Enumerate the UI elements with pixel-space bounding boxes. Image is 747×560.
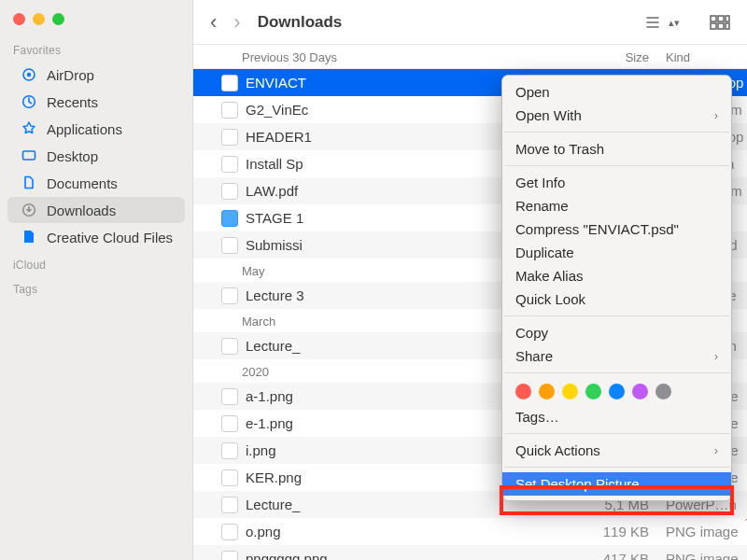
desktop-icon <box>21 147 37 164</box>
svg-rect-3 <box>23 151 35 160</box>
column-size[interactable]: Size <box>548 50 649 64</box>
file-row[interactable]: o.png119 KBPNG image <box>193 518 747 545</box>
psd-icon <box>221 75 238 91</box>
menu-separator <box>504 132 729 133</box>
menu-copy[interactable]: Copy <box>502 321 731 344</box>
svg-rect-12 <box>718 23 724 29</box>
menu-tags[interactable]: Tags… <box>502 405 731 428</box>
sidebar-section-favorites: Favorites <box>0 36 192 61</box>
menu-quick-actions[interactable]: Quick Actions› <box>502 439 731 462</box>
tag-purple[interactable] <box>632 384 648 399</box>
file-icon <box>21 229 37 245</box>
menu-separator <box>504 165 729 166</box>
png-icon <box>221 524 238 540</box>
sidebar-item-recents[interactable]: Recents <box>7 89 185 115</box>
tag-orange[interactable] <box>539 384 555 399</box>
sidebar-item-desktop[interactable]: Desktop <box>7 143 185 169</box>
menu-rename[interactable]: Rename <box>502 194 731 217</box>
file-name: i.png <box>246 442 276 458</box>
svg-rect-8 <box>711 16 716 21</box>
svg-point-1 <box>27 73 31 77</box>
file-row[interactable]: pnggggg.png417 KBPNG image <box>193 545 747 560</box>
menu-quick-look[interactable]: Quick Look <box>502 287 731 311</box>
chevron-updown-icon: ▴▾ <box>669 20 680 25</box>
file-kind: PNG image <box>649 551 747 560</box>
menu-tag-colors <box>502 378 731 405</box>
tag-red[interactable] <box>515 384 531 399</box>
file-name: e-1.png <box>246 415 293 431</box>
zip-icon <box>221 287 238 304</box>
view-list-button[interactable]: ▴▾ <box>644 15 680 30</box>
chevron-right-icon: › <box>714 109 718 122</box>
file-name: a-1.png <box>246 388 293 404</box>
menu-move-to-trash[interactable]: Move to Trash <box>502 137 731 161</box>
menu-open-with[interactable]: Open With› <box>502 104 731 127</box>
sidebar-item-applications[interactable]: Applications <box>7 116 185 142</box>
sidebar-item-label: AirDrop <box>47 67 94 83</box>
minimize-window-button[interactable] <box>33 13 45 25</box>
tag-green[interactable] <box>585 384 601 399</box>
png-icon <box>221 551 238 561</box>
file-name: o.png <box>246 524 281 539</box>
svg-rect-11 <box>711 23 716 29</box>
chevron-right-icon: › <box>714 444 718 457</box>
menu-set-desktop-picture[interactable]: Set Desktop Picture <box>502 472 731 496</box>
sidebar-item-airdrop[interactable]: AirDrop <box>7 62 185 88</box>
sidebar-item-label: Creative Cloud Files <box>47 230 173 245</box>
tag-blue[interactable] <box>609 384 625 399</box>
documents-icon <box>21 175 37 191</box>
sidebar-item-downloads[interactable]: Downloads <box>7 197 185 223</box>
sidebar-item-documents[interactable]: Documents <box>7 170 185 196</box>
maximize-window-button[interactable] <box>52 13 64 25</box>
file-name: G2_VinEc <box>246 102 308 118</box>
menu-make-alias[interactable]: Make Alias <box>502 264 731 287</box>
clock-icon <box>21 93 37 110</box>
menu-separator <box>504 433 729 434</box>
group-header[interactable]: Previous 30 Days <box>193 50 548 64</box>
menu-open[interactable]: Open <box>502 80 731 104</box>
psd-icon <box>221 129 238 146</box>
sidebar-section-tags: Tags <box>0 275 192 300</box>
ppt-icon <box>221 338 238 355</box>
png-icon <box>221 415 238 432</box>
sidebar-item-label: Recents <box>47 94 98 110</box>
pdf-icon <box>221 183 238 200</box>
column-kind[interactable]: Kind <box>649 50 747 64</box>
svg-rect-9 <box>718 16 724 21</box>
forward-button[interactable]: › <box>233 10 240 35</box>
window-controls <box>0 7 192 36</box>
sidebar-item-creative-cloud[interactable]: Creative Cloud Files <box>7 224 185 250</box>
sidebar-item-label: Documents <box>47 175 118 191</box>
close-window-button[interactable] <box>13 13 25 25</box>
file-name: ENVIACT <box>246 75 306 91</box>
downloads-icon <box>21 202 37 218</box>
png-icon <box>221 442 238 459</box>
sidebar-item-label: Desktop <box>47 148 98 164</box>
file-name: Submissi <box>246 237 303 253</box>
view-grid-button[interactable] <box>710 15 730 30</box>
file-name: KER.png <box>246 469 302 485</box>
file-size: 417 KB <box>548 551 649 560</box>
nav-arrows: ‹ › <box>210 10 241 35</box>
toolbar: ‹ › Downloads ▴▾ <box>193 0 747 45</box>
file-name: LAW.pdf <box>246 183 298 199</box>
file-name: STAGE 1 <box>246 210 303 226</box>
window-title: Downloads <box>258 13 627 32</box>
file-name: HEADER1 <box>246 129 312 145</box>
apps-icon <box>21 120 37 137</box>
folder-icon <box>221 210 238 227</box>
pdf-icon <box>221 102 238 119</box>
menu-separator <box>504 467 729 468</box>
svg-rect-13 <box>726 23 729 29</box>
menu-share[interactable]: Share› <box>502 344 731 368</box>
menu-duplicate[interactable]: Duplicate <box>502 241 731 264</box>
file-size: 119 KB <box>548 524 649 539</box>
menu-get-info[interactable]: Get Info <box>502 171 731 194</box>
tag-yellow[interactable] <box>562 384 578 399</box>
tag-gray[interactable] <box>655 384 671 399</box>
finder-window: Favorites AirDrop Recents Applications D… <box>0 0 747 560</box>
menu-compress[interactable]: Compress "ENVIACT.psd" <box>502 217 731 241</box>
column-headers: Previous 30 Days Size Kind <box>193 45 747 69</box>
back-button[interactable]: ‹ <box>210 10 217 35</box>
airdrop-icon <box>21 66 37 83</box>
